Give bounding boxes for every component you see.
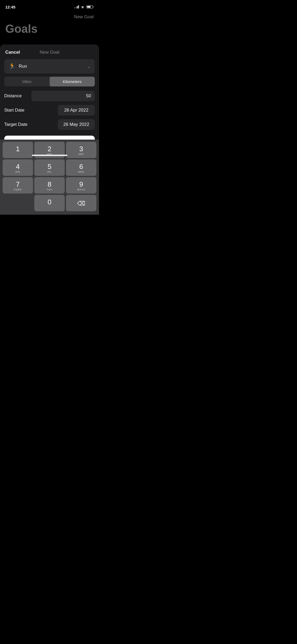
distance-input[interactable] xyxy=(31,91,95,101)
key-0[interactable]: 0 xyxy=(34,195,65,211)
battery-icon xyxy=(86,5,94,8)
runner-icon: 🏃 xyxy=(8,63,16,70)
backspace-icon: ⌫ xyxy=(77,200,85,207)
modal-sheet: Cancel New Goal 🏃 Run ⌄ Miles Kilometers… xyxy=(0,44,99,215)
activity-dropdown[interactable]: 🏃 Run ⌄ xyxy=(4,59,95,73)
cancel-button[interactable]: Cancel xyxy=(5,50,20,55)
keyboard-row-3: 7 PQRS 8 TUV 9 WXYZ xyxy=(1,177,98,194)
activity-label: Run xyxy=(19,64,27,69)
distance-label: Distance xyxy=(4,93,22,99)
chevron-down-icon: ⌄ xyxy=(87,64,91,69)
key-5[interactable]: 5 JKL xyxy=(34,159,65,176)
key-3[interactable]: 3 DEF xyxy=(66,142,96,158)
form-area: 🏃 Run ⌄ Miles Kilometers Distance Start … xyxy=(0,59,99,151)
keyboard-row-4: 0 ⌫ xyxy=(1,195,98,211)
key-1[interactable]: 1 xyxy=(3,142,33,158)
key-6[interactable]: 6 MNO xyxy=(66,159,96,176)
unit-toggle: Miles Kilometers xyxy=(4,77,95,86)
target-date-value[interactable]: 26 May 2022 xyxy=(58,119,95,130)
svg-point-0 xyxy=(82,8,83,8)
miles-button[interactable]: Miles xyxy=(4,77,50,86)
target-date-row: Target Date 26 May 2022 xyxy=(4,119,95,130)
start-date-row: Start Date 26 Apr 2022 xyxy=(4,105,95,116)
key-7[interactable]: 7 PQRS xyxy=(3,177,33,194)
start-date-label: Start Date xyxy=(4,108,25,113)
key-empty xyxy=(3,195,33,211)
distance-row: Distance xyxy=(4,91,95,101)
background-title-area: New Goal Goals xyxy=(0,12,99,40)
key-4[interactable]: 4 GHI xyxy=(3,159,33,176)
keyboard-row-2: 4 GHI 5 JKL 6 MNO xyxy=(1,159,98,176)
modal-title: New Goal xyxy=(40,50,59,55)
modal-header: Cancel New Goal xyxy=(0,44,99,59)
target-date-label: Target Date xyxy=(4,122,27,127)
new-goal-top-label: New Goal xyxy=(74,14,94,20)
key-8[interactable]: 8 TUV xyxy=(34,177,65,194)
numeric-keyboard: 1 2 ABC 3 DEF 4 GHI 5 JKL 6 MN xyxy=(0,140,99,215)
signal-icon xyxy=(74,5,79,8)
key-9[interactable]: 9 WXYZ xyxy=(66,177,96,194)
status-time: 12:45 xyxy=(5,5,15,9)
start-date-value[interactable]: 26 Apr 2022 xyxy=(58,105,95,116)
home-bar xyxy=(32,155,67,156)
goals-page-title: Goals xyxy=(5,22,94,35)
backspace-button[interactable]: ⌫ xyxy=(66,195,96,211)
status-bar: 12:45 xyxy=(0,0,99,12)
status-icons xyxy=(74,5,94,8)
kilometers-button[interactable]: Kilometers xyxy=(50,77,95,86)
wifi-icon xyxy=(81,5,85,8)
